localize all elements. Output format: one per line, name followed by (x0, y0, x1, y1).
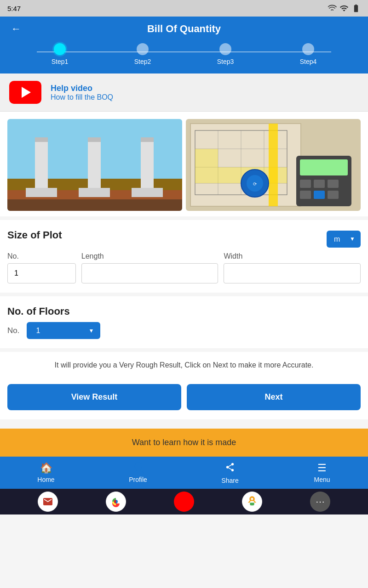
svg-rect-23 (195, 149, 218, 167)
wifi-icon (328, 4, 337, 13)
blueprint-image: ⟳ (186, 119, 361, 211)
no-field-group: No. (7, 252, 76, 283)
step-4-label: Step4 (300, 58, 317, 65)
step-1-dot (54, 43, 66, 55)
width-label: Width (224, 252, 361, 260)
step-3-dot (219, 43, 231, 55)
nav-profile-label: Profile (129, 476, 147, 483)
unit-select-wrapper[interactable]: m ft cm (327, 231, 361, 248)
android-taskbar: ⋯ (0, 489, 368, 514)
svg-rect-7 (88, 137, 101, 142)
plot-fields-row: No. Length Width (7, 252, 361, 283)
svg-rect-28 (328, 180, 339, 188)
help-video-section[interactable]: Help video How to fill the BOQ (0, 74, 368, 112)
nav-profile[interactable]: 👤 Profile (92, 462, 184, 484)
step-4-dot (302, 43, 314, 55)
menu-icon: ☰ (317, 462, 327, 474)
floors-no-label: No. (7, 326, 19, 335)
nav-menu[interactable]: ☰ Menu (276, 462, 368, 484)
step-3-label: Step3 (217, 58, 234, 65)
next-button[interactable]: Next (187, 384, 361, 410)
svg-rect-9 (141, 137, 154, 142)
no-input[interactable] (7, 263, 76, 283)
width-field-group: Width (224, 252, 361, 283)
svg-rect-3 (7, 199, 182, 211)
help-video-text: Help video How to fill the BOQ (51, 84, 113, 102)
youtube-app-icon[interactable] (174, 492, 194, 512)
chrome-app-icon[interactable] (106, 492, 126, 512)
svg-rect-12 (132, 188, 163, 197)
svg-rect-26 (300, 180, 311, 188)
profile-icon: 👤 (132, 462, 144, 474)
status-bar: 5:47 (0, 0, 368, 17)
unit-dropdown[interactable]: m ft cm (327, 231, 361, 248)
svg-rect-25 (300, 159, 348, 175)
step-2[interactable]: Step2 (101, 43, 184, 65)
home-icon: 🏠 (40, 462, 52, 474)
svg-rect-31 (328, 191, 339, 199)
step-3[interactable]: Step3 (184, 43, 267, 65)
length-label: Length (81, 252, 218, 260)
bottom-nav: 🏠 Home 👤 Profile Share ☰ Menu (0, 457, 368, 489)
images-row: ⟳ (0, 112, 368, 216)
svg-rect-11 (79, 188, 110, 197)
length-field-group: Length (81, 252, 218, 283)
step-1-label: Step1 (52, 58, 69, 65)
floors-dropdown[interactable]: 1 2 3 4 5 (27, 322, 100, 339)
photos-app-icon[interactable] (242, 492, 262, 512)
length-input[interactable] (81, 263, 218, 283)
width-input[interactable] (224, 263, 361, 283)
page-title: Bill Of Quantity (147, 23, 221, 35)
nav-share-label: Share (221, 477, 238, 484)
step-1[interactable]: Step1 (18, 43, 101, 65)
gmail-app-icon[interactable] (38, 492, 58, 512)
svg-text:⟳: ⟳ (253, 181, 257, 187)
share-icon (225, 462, 235, 475)
svg-rect-10 (26, 188, 57, 197)
help-video-title: Help video (51, 84, 113, 93)
step-2-dot (137, 43, 149, 55)
no-label: No. (7, 252, 76, 260)
header: ← Bill Of Quantity Step1 Step2 Step3 Ste… (0, 17, 368, 74)
svg-rect-30 (314, 191, 325, 199)
action-buttons: View Result Next (0, 379, 368, 419)
size-of-plot-section: Size of Plot m ft cm No. Length Width (0, 220, 368, 293)
back-button[interactable]: ← (9, 21, 23, 37)
nav-share[interactable]: Share (184, 462, 276, 484)
floors-section: No. of Floors No. 1 2 3 4 5 (0, 296, 368, 348)
more-apps-icon[interactable]: ⋯ (310, 492, 330, 512)
youtube-icon (9, 81, 41, 104)
nav-menu-label: Menu (314, 476, 330, 483)
size-of-plot-title: Size of Plot (7, 229, 62, 241)
construction-image (7, 119, 182, 211)
steps-container: Step1 Step2 Step3 Step4 (9, 43, 359, 74)
nav-home[interactable]: 🏠 Home (0, 462, 92, 484)
svg-rect-5 (35, 137, 48, 142)
play-icon (22, 87, 31, 98)
floors-row: No. 1 2 3 4 5 (7, 322, 361, 339)
time: 5:47 (7, 5, 21, 12)
step-4[interactable]: Step4 (267, 43, 350, 65)
nav-home-label: Home (37, 476, 54, 483)
signal-icon (339, 4, 349, 13)
svg-rect-29 (300, 191, 311, 199)
floors-title: No. of Floors (7, 305, 70, 317)
step-2-label: Step2 (134, 58, 151, 65)
battery-icon (351, 4, 361, 13)
help-video-subtitle: How to fill the BOQ (51, 93, 113, 102)
svg-rect-27 (314, 180, 325, 188)
learn-banner[interactable]: Want to learn how it is made (0, 429, 368, 457)
view-result-button[interactable]: View Result (7, 384, 181, 410)
floors-select-wrapper[interactable]: 1 2 3 4 5 (27, 322, 100, 339)
svg-point-37 (251, 498, 253, 500)
info-text: It will provide you a Very Rough Result,… (0, 352, 368, 379)
status-icons (328, 4, 361, 13)
svg-rect-32 (269, 124, 278, 206)
